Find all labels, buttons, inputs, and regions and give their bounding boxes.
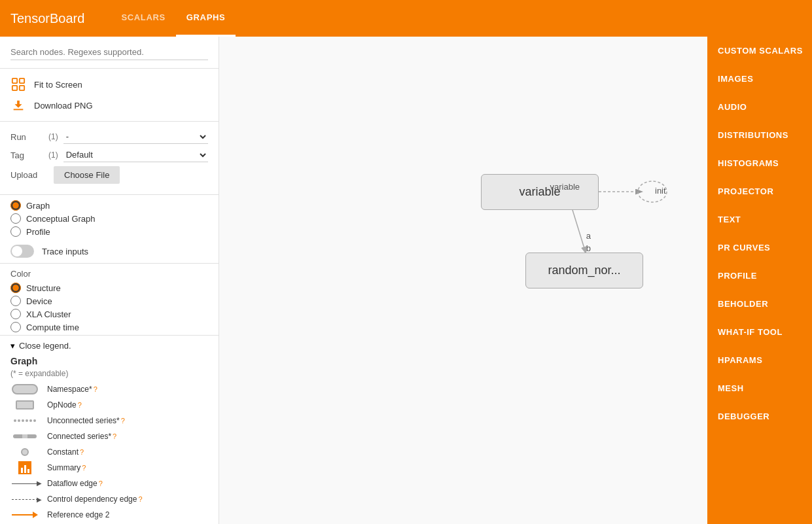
svg-rect-4 (14, 109, 24, 111)
upload-row: Upload Choose File (10, 166, 208, 184)
right-menu-images[interactable]: IMAGES (707, 65, 812, 93)
fit-screen-button[interactable]: Fit to Screen (10, 77, 208, 92)
sidebar: Fit to Screen Download PNG Run (1) - (0, 37, 219, 524)
legend-item-constant: Constant? (10, 446, 208, 458)
radio-conceptual-graph[interactable]: Conceptual Graph (10, 213, 208, 224)
right-menu-profile[interactable]: PROFILE (707, 262, 812, 290)
connected-series-shape (13, 434, 37, 438)
fit-screen-icon (10, 77, 26, 92)
unconnected-series-icon (10, 415, 39, 427)
summary-help-icon[interactable]: ? (82, 464, 86, 472)
trace-inputs-toggle[interactable] (10, 245, 34, 258)
color-compute-time-input[interactable] (10, 322, 21, 332)
radio-profile-input[interactable] (10, 226, 21, 237)
nav-links: SCALARS GRAPHS (111, 0, 236, 37)
legend-item-opnode: OpNode? (10, 399, 208, 411)
opnode-help-icon[interactable]: ? (78, 401, 82, 409)
constant-shape (21, 448, 29, 456)
color-xla-cluster[interactable]: XLA Cluster (10, 309, 208, 319)
color-structure-label: Structure (26, 283, 61, 293)
reference-edge-icon (10, 509, 39, 521)
summary-label: Summary? (47, 463, 86, 472)
run-count: (1) (48, 132, 58, 141)
right-menu-debugger[interactable]: DEBUGGER (707, 402, 812, 430)
right-menu-histograms[interactable]: HISTOGRAMS (707, 149, 812, 177)
svg-rect-2 (12, 86, 17, 90)
trace-inputs-row: Trace inputs (0, 239, 219, 264)
random-nor-node[interactable]: random_nor... (525, 253, 643, 288)
search-input[interactable] (10, 44, 208, 60)
download-png-icon (10, 97, 26, 113)
namespace-label: Namespace*? (47, 385, 97, 394)
reference-edge-label: Reference edge 2 (47, 510, 109, 519)
right-menu-projector[interactable]: PROJECTOR (707, 177, 812, 205)
graph-area[interactable]: variable random_nor... init variable a b (219, 37, 707, 524)
color-device-input[interactable] (10, 296, 21, 306)
legend-toggle[interactable]: ▾ Close legend. (10, 341, 208, 351)
dataflow-edge-help-icon[interactable]: ? (99, 480, 103, 487)
control-dep-edge-help-icon[interactable]: ? (138, 495, 142, 503)
radio-graph-label: Graph (26, 201, 50, 211)
connected-series-help-icon[interactable]: ? (113, 432, 116, 440)
view-options: Graph Conceptual Graph Profile (0, 195, 219, 239)
right-menu-pr-curves[interactable]: PR CURVES (707, 234, 812, 262)
unconnected-series-label: Unconnected series*? (47, 416, 125, 425)
legend-item-connected-series: Connected series*? (10, 430, 208, 442)
radio-graph-input[interactable] (10, 200, 21, 211)
color-xla-cluster-input[interactable] (10, 309, 21, 319)
right-menu-mesh[interactable]: MESH (707, 374, 812, 402)
namespace-help-icon[interactable]: ? (94, 385, 97, 393)
legend-item-control-dep-edge: Control dependency edge? (10, 493, 208, 505)
graph-canvas: variable random_nor... init variable a b (219, 37, 707, 524)
variable-node[interactable]: variable (481, 174, 599, 210)
right-menu-custom-scalars[interactable]: CUSTOM SCALARS (707, 37, 812, 65)
reference-edge-shape (12, 512, 38, 518)
radio-conceptual-graph-input[interactable] (10, 213, 21, 224)
chevron-down-icon: ▾ (10, 341, 15, 351)
opnode-icon (10, 399, 39, 411)
right-menu-text[interactable]: TEXT (707, 205, 812, 234)
init-label: init (655, 186, 666, 196)
opnode-shape (16, 400, 34, 410)
legend-item-reference-edge: Reference edge 2 (10, 509, 208, 521)
main-layout: Fit to Screen Download PNG Run (1) - (0, 37, 812, 524)
run-label: Run (10, 132, 43, 142)
right-menu-distributions[interactable]: DISTRIBUTIONS (707, 121, 812, 149)
control-dep-edge-label: Control dependency edge? (47, 495, 143, 504)
nav-scalars[interactable]: SCALARS (111, 0, 175, 37)
random-nor-label: random_nor... (548, 264, 620, 277)
svg-line-7 (573, 210, 586, 253)
nav-graphs[interactable]: GRAPHS (176, 0, 236, 37)
opnode-label: OpNode? (47, 400, 82, 410)
download-png-button[interactable]: Download PNG (10, 97, 208, 113)
radio-profile[interactable]: Profile (10, 226, 208, 237)
summary-icon (10, 462, 39, 474)
run-select[interactable]: - (63, 130, 208, 144)
dataflow-edge-icon (10, 478, 39, 489)
tag-select[interactable]: Default (63, 148, 208, 162)
trace-inputs-label: Trace inputs (42, 247, 88, 256)
color-structure-input[interactable] (10, 283, 21, 293)
right-menu-beholder[interactable]: BEHOLDER (707, 290, 812, 318)
right-panel: CUSTOM SCALARS IMAGES AUDIO DISTRIBUTION… (707, 37, 812, 524)
namespace-icon (10, 383, 39, 395)
radio-conceptual-graph-label: Conceptual Graph (26, 214, 96, 224)
color-compute-time[interactable]: Compute time (10, 322, 208, 332)
color-structure[interactable]: Structure (10, 283, 208, 293)
right-menu-hparams[interactable]: HPARAMS (707, 346, 812, 374)
legend-subtitle: (* = expandable) (10, 369, 208, 378)
upload-label: Upload (10, 170, 43, 180)
choose-file-button[interactable]: Choose File (54, 166, 120, 184)
legend-item-namespace: Namespace*? (10, 383, 208, 395)
summary-shape (18, 461, 31, 474)
right-menu-audio[interactable]: AUDIO (707, 93, 812, 121)
color-device[interactable]: Device (10, 296, 208, 306)
toggle-slider (10, 245, 34, 258)
radio-graph[interactable]: Graph (10, 200, 208, 211)
unconnected-series-help-icon[interactable]: ? (121, 417, 125, 425)
namespace-shape (12, 384, 38, 394)
right-menu-what-if-tool[interactable]: WHAT-IF TOOL (707, 318, 812, 346)
unconnected-series-shape (14, 419, 36, 422)
search-section (0, 37, 219, 69)
constant-help-icon[interactable]: ? (80, 448, 84, 456)
